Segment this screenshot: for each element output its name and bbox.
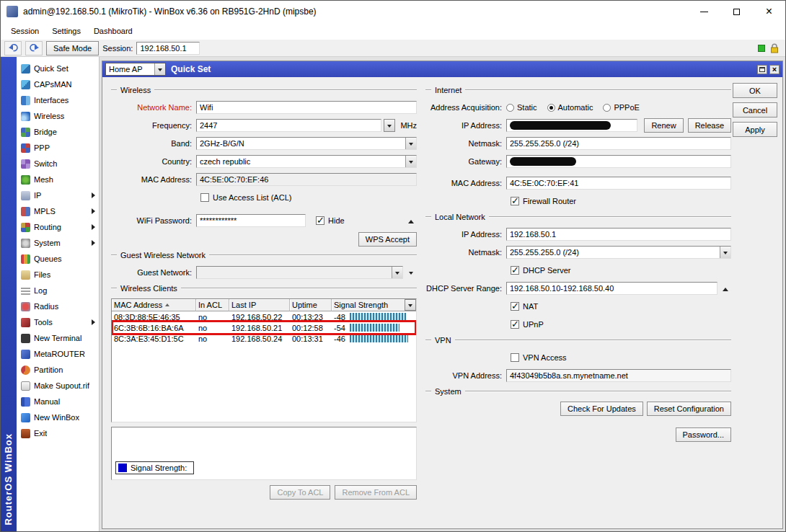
use-access-list-checkbox[interactable]: Use Access List (ACL): [200, 193, 291, 202]
wan-netmask-value: 255.255.255.0 (/24): [506, 137, 731, 150]
sidebar-item-routing[interactable]: Routing: [17, 219, 99, 235]
wifi-password-input[interactable]: [196, 214, 306, 227]
menu-dashboard[interactable]: Dashboard: [87, 25, 139, 37]
brand-strip: RouterOS WinBox: [1, 57, 17, 531]
country-dropdown-button[interactable]: [405, 156, 416, 167]
radio-automatic[interactable]: Automatic: [547, 103, 593, 112]
sidebar-item-make-supout[interactable]: Make Supout.rif: [17, 378, 99, 394]
brand-vertical-text: RouterOS WinBox: [3, 433, 14, 526]
sidebar-item-radius[interactable]: Radius: [17, 298, 99, 314]
column-select-button[interactable]: [405, 299, 416, 311]
sidebar-item-queues[interactable]: Queues: [17, 251, 99, 267]
guest-dropdown-button[interactable]: [392, 267, 402, 278]
ok-button[interactable]: OK: [733, 83, 777, 98]
local-netmask-select[interactable]: 255.255.255.0 (/24): [506, 246, 731, 259]
remove-from-acl-button[interactable]: Remove From ACL: [335, 485, 417, 500]
release-button[interactable]: Release: [688, 118, 731, 133]
sidebar-item-ip[interactable]: IP: [17, 187, 99, 203]
table-row[interactable]: 8C:3A:E3:45:D1:5C no 192.168.50.24 00:13…: [112, 333, 416, 344]
band-select[interactable]: 2GHz-B/G/N: [196, 137, 417, 150]
sidebar-item-log[interactable]: Log: [17, 283, 99, 298]
sidebar-item-tools[interactable]: Tools: [17, 314, 99, 330]
sidebar-item-mesh[interactable]: Mesh: [17, 172, 99, 187]
sidebar-item-wireless[interactable]: Wireless: [17, 108, 99, 124]
upnp-checkbox[interactable]: UPnP: [511, 320, 544, 329]
firewall-router-checkbox[interactable]: Firewall Router: [511, 197, 576, 205]
ip-icon: [21, 191, 30, 200]
column-uptime[interactable]: Uptime: [290, 299, 332, 311]
apply-button[interactable]: Apply: [733, 122, 777, 137]
internet-section-header: Internet: [425, 85, 731, 95]
column-mac-address[interactable]: MAC Address: [112, 299, 196, 311]
table-row-highlighted[interactable]: 6C:3B:6B:16:BA:6A no 192.168.50.21 00:12…: [112, 322, 416, 333]
dhcp-range-label: DHCP Server Range:: [425, 284, 506, 293]
maximize-button[interactable]: [720, 1, 753, 22]
safe-mode-button[interactable]: Safe Mode: [46, 41, 99, 56]
close-button[interactable]: ×: [753, 1, 785, 22]
password-button[interactable]: Password...: [676, 427, 731, 442]
nat-checkbox[interactable]: NAT: [511, 302, 538, 311]
frequency-input[interactable]: [196, 119, 381, 132]
table-row[interactable]: 08:3D:88:5E:46:35 no 192.168.50.22 00:13…: [112, 311, 416, 322]
mode-select[interactable]: Home AP: [105, 63, 166, 76]
menu-session[interactable]: Session: [4, 25, 45, 37]
collapse-password-button[interactable]: [405, 214, 417, 227]
sidebar-item-capsman[interactable]: CAPsMAN: [17, 76, 99, 92]
sidebar-item-manual[interactable]: Manual: [17, 394, 99, 409]
band-dropdown-button[interactable]: [405, 138, 416, 149]
collapse-range-button[interactable]: [720, 282, 731, 295]
local-ip-input[interactable]: [506, 228, 731, 241]
network-name-input[interactable]: [196, 101, 417, 114]
column-signal-strength[interactable]: Signal Strength: [332, 299, 416, 311]
sidebar-item-ppp[interactable]: PPP: [17, 140, 99, 156]
guest-section-header: Guest Wireless Network: [111, 250, 417, 260]
reset-configuration-button[interactable]: Reset Configuration: [647, 402, 731, 416]
renew-button[interactable]: Renew: [644, 118, 683, 133]
frequency-dropdown-button[interactable]: [384, 119, 395, 132]
mode-dropdown-button[interactable]: [154, 63, 165, 75]
sidebar-item-quick-set[interactable]: Quick Set: [17, 61, 99, 76]
minimize-button[interactable]: [688, 1, 720, 22]
sidebar-item-bridge[interactable]: Bridge: [17, 124, 99, 140]
wireless-clients-table[interactable]: MAC Address In ACL Last IP Uptime Signal…: [111, 298, 417, 422]
guest-network-select[interactable]: [196, 266, 403, 279]
netmask-dropdown-button[interactable]: [720, 247, 730, 258]
sidebar-item-metarouter[interactable]: MetaROUTER: [17, 346, 99, 362]
undo-button[interactable]: [4, 41, 22, 56]
radio-static[interactable]: Static: [506, 103, 537, 112]
sidebar-item-files[interactable]: Files: [17, 267, 99, 283]
bridge-icon: [21, 128, 30, 137]
column-last-ip[interactable]: Last IP: [229, 299, 290, 311]
frequency-unit-label: MHz: [395, 121, 417, 130]
sidebar-item-interfaces[interactable]: Interfaces: [17, 92, 99, 108]
vpn-access-checkbox[interactable]: VPN Access: [511, 353, 567, 362]
column-in-acl[interactable]: In ACL: [196, 299, 229, 311]
check-for-updates-button[interactable]: Check For Updates: [560, 402, 643, 416]
vpn-address-label: VPN Address:: [425, 371, 506, 380]
detach-window-button[interactable]: [757, 65, 767, 74]
redo-button[interactable]: [25, 41, 43, 56]
sidebar-item-switch[interactable]: Switch: [17, 156, 99, 172]
interfaces-icon: [21, 96, 30, 105]
sidebar-item-exit[interactable]: Exit: [17, 425, 99, 441]
radius-icon: [21, 302, 30, 311]
close-quickset-button[interactable]: ×: [769, 65, 780, 74]
sidebar-item-system[interactable]: System: [17, 235, 99, 251]
menu-settings[interactable]: Settings: [45, 25, 87, 37]
wps-accept-button[interactable]: WPS Accept: [358, 232, 417, 247]
guest-expand-button[interactable]: [405, 266, 417, 279]
session-input[interactable]: [136, 42, 200, 55]
hide-password-checkbox[interactable]: Hide: [316, 216, 345, 225]
country-select[interactable]: czech republic: [196, 155, 417, 168]
radio-pppoe[interactable]: PPPoE: [603, 103, 639, 112]
sidebar-item-new-terminal[interactable]: New Terminal: [17, 330, 99, 346]
dhcp-server-checkbox[interactable]: DHCP Server: [511, 266, 570, 275]
supout-file-icon: [21, 381, 30, 391]
system-icon: [21, 239, 30, 248]
sidebar-item-new-winbox[interactable]: New WinBox: [17, 409, 99, 425]
copy-to-acl-button[interactable]: Copy To ACL: [270, 485, 330, 500]
cancel-button[interactable]: Cancel: [733, 102, 777, 118]
dhcp-range-input[interactable]: [506, 282, 717, 295]
sidebar-item-partition[interactable]: Partition: [17, 362, 99, 378]
sidebar-item-mpls[interactable]: MPLS: [17, 203, 99, 219]
